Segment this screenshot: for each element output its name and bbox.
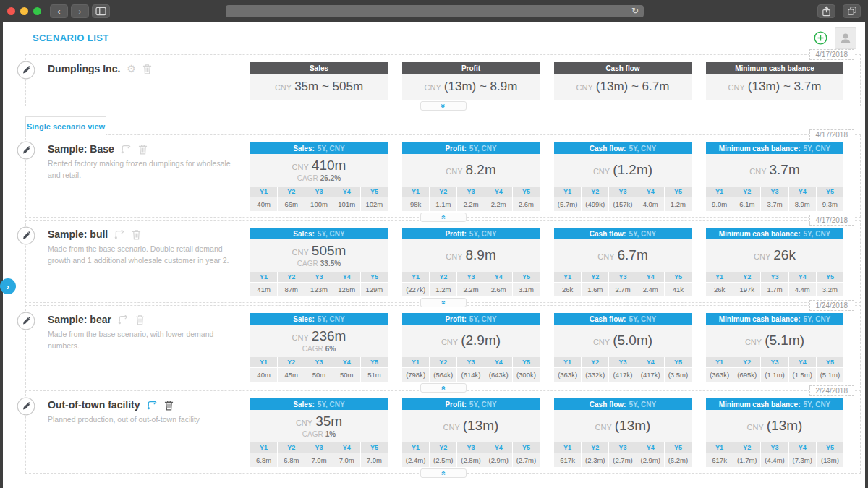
summary-row: 4/17/2018 Dumplings Inc. ⚙	[25, 54, 861, 106]
collapse-scenario-button[interactable]: »	[420, 468, 467, 478]
minimize-window-button[interactable]	[20, 7, 28, 15]
chevron-up-icon: »	[439, 385, 447, 390]
year-header: Y2	[582, 187, 608, 197]
year-value: 2.2m	[485, 197, 512, 211]
year-value: (300k)	[513, 368, 540, 382]
edit-scenario-button[interactable]	[17, 397, 35, 416]
year-value: 6.1m	[733, 197, 760, 211]
metric-card: Sales: 5Y, CNY CNY410m CAGR26.2% Y1 Y2 Y…	[250, 142, 388, 211]
metric-sublabel: 5Y, CNY	[469, 230, 497, 238]
tab-label: Single scenario view	[27, 122, 105, 131]
year-value: 45m	[278, 368, 305, 382]
metric-value: CNY236m	[292, 329, 346, 344]
year-header: Y3	[457, 187, 484, 197]
collapse-scenario-button[interactable]: »	[420, 298, 467, 307]
close-window-button[interactable]	[7, 7, 15, 15]
year-header: Y2	[733, 272, 760, 282]
year-header: Y5	[817, 187, 843, 197]
edit-scenario-button[interactable]	[17, 312, 35, 330]
tabs-button[interactable]	[843, 4, 861, 18]
year-value: 98k	[402, 197, 429, 211]
metric-sublabel: 5Y, CNY	[318, 401, 345, 408]
year-value: (363k)	[706, 368, 733, 382]
metric-sublabel: 5Y, CNY	[629, 401, 656, 408]
account-button[interactable]	[835, 27, 856, 49]
year-value: 50m	[333, 368, 360, 382]
metric-card-body: CNY(13m) Y1 Y2 Y3 Y4 Y5 617k (1.7m) (4.4…	[706, 410, 843, 467]
delete-scenario-button[interactable]	[138, 144, 148, 155]
metric-value: CNY(13m) ~ 3.7m	[728, 80, 822, 94]
year-value: 6.8m	[278, 453, 305, 467]
metric-label: Profit:	[445, 315, 466, 323]
metric-value: CNY505m	[292, 244, 346, 259]
metric-card: Cash flow: 5Y, CNY CNY(13m) Y1 Y2 Y3 Y4 …	[554, 398, 692, 467]
metric-card-body: CNY26k Y1 Y2 Y3 Y4 Y5 26k 197k 1.7m 4.4m…	[706, 239, 843, 296]
year-value: 2.2m	[457, 197, 484, 211]
year-value: (564k)	[430, 368, 456, 382]
metric-card: Cash flow: 5Y, CNY CNY(5.0m) Y1 Y2 Y3 Y4…	[554, 313, 692, 382]
branch-icon	[121, 145, 132, 154]
metric-label: Cash flow:	[590, 145, 626, 153]
chevron-up-icon: »	[439, 215, 447, 219]
branch-scenario-button[interactable]	[121, 145, 132, 154]
share-button[interactable]	[817, 4, 835, 18]
metric-card-body: CNY6.7m Y1 Y2 Y3 Y4 Y5 26k 1.6m 2.7m 2.4…	[554, 239, 692, 296]
delete-scenario-button[interactable]	[135, 314, 145, 325]
refresh-icon[interactable]: ↻	[631, 7, 639, 15]
year-value: 87m	[278, 283, 305, 296]
currency-label: CNY	[593, 167, 610, 176]
metric-card: Cash flow: 5Y, CNY CNY6.7m Y1 Y2 Y3 Y4 Y…	[554, 228, 692, 296]
edit-scenario-button[interactable]	[17, 141, 35, 160]
collapse-scenario-button[interactable]: »	[420, 213, 467, 222]
settings-button[interactable]: ⚙	[127, 64, 136, 74]
metric-card-body: CNY(2.9m) Y1 Y2 Y3 Y4 Y5 (798k) (564k) (…	[402, 325, 540, 382]
year-header: Y1	[402, 187, 429, 197]
edit-company-button[interactable]	[17, 61, 35, 80]
metric-card-body: CNY505m CAGR33.5% Y1 Y2 Y3 Y4 Y5 41m 87m…	[250, 239, 388, 296]
year-header: Y3	[609, 442, 636, 453]
year-value: 50m	[305, 368, 332, 382]
scenario-row: 2/24/2018 Out-of-town facility	[25, 390, 861, 474]
metric-card: Profit CNY(13m) ~ 8.9m	[402, 62, 540, 100]
forward-button[interactable]: ›	[71, 4, 89, 18]
back-icon: ‹	[57, 7, 60, 16]
metric-label: Minimum cash balance	[735, 64, 814, 72]
delete-company-button[interactable]	[142, 64, 152, 74]
add-scenario-button[interactable]	[814, 31, 827, 45]
sidebar-toggle-button[interactable]	[92, 4, 110, 18]
metric-label: Profit:	[445, 230, 466, 238]
back-button[interactable]: ‹	[50, 4, 68, 18]
year-value: 123m	[305, 283, 332, 296]
year-header: Y1	[250, 442, 277, 453]
trash-icon	[142, 64, 152, 74]
cagr-line: CAGR6%	[302, 345, 336, 353]
metric-cards: Sales: 5Y, CNY CNY410m CAGR26.2% Y1 Y2 Y…	[250, 135, 843, 217]
currency-label: CNY	[749, 167, 766, 176]
delete-scenario-button[interactable]	[132, 229, 141, 240]
year-table: Y1 Y2 Y3 Y4 Y5 (2.4m) (2.5m) (2.8m) (2.9…	[402, 442, 540, 467]
zoom-window-button[interactable]	[33, 7, 41, 15]
metric-value: CNY(5.1m)	[745, 333, 804, 348]
expand-summary-button[interactable]: »	[420, 101, 467, 111]
metric-card: Profit: 5Y, CNY CNY(2.9m) Y1 Y2 Y3 Y4 Y5…	[402, 313, 540, 382]
metric-card: Sales: 5Y, CNY CNY236m CAGR6% Y1 Y2 Y3 Y…	[250, 313, 388, 382]
tab-single-scenario-view[interactable]: Single scenario view	[25, 116, 106, 135]
delete-scenario-button[interactable]	[164, 400, 174, 411]
year-header: Y5	[817, 442, 843, 453]
edit-pencil-icon	[17, 397, 35, 416]
edit-pencil-icon	[17, 141, 35, 160]
edit-scenario-button[interactable]	[17, 226, 35, 245]
year-value: 9.0m	[706, 197, 733, 211]
expand-panel-button[interactable]: ›	[0, 278, 16, 294]
address-bar[interactable]: ↻	[226, 5, 644, 17]
branch-scenario-button[interactable]	[114, 230, 125, 239]
edit-pencil-icon	[17, 226, 35, 245]
branch-scenario-button[interactable]	[147, 401, 158, 410]
year-header: Y2	[733, 187, 760, 197]
branch-scenario-button[interactable]	[118, 315, 129, 325]
collapse-scenario-button[interactable]: »	[420, 383, 467, 393]
cagr-line: CAGR1%	[302, 430, 336, 438]
year-value: 41k	[665, 283, 692, 296]
year-header: Y1	[402, 442, 429, 453]
currency-label: CNY	[597, 252, 614, 261]
